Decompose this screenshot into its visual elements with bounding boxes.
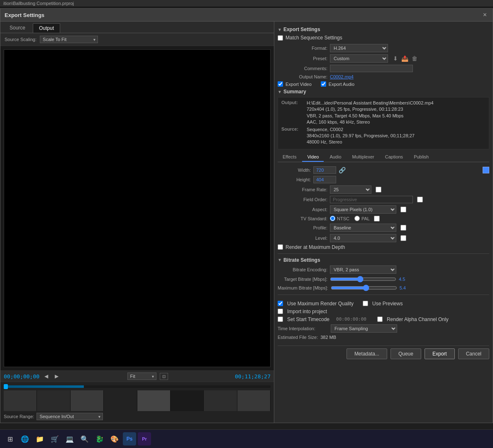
thumbnail-1 [4, 390, 37, 411]
action-buttons: Metadata... Queue Export Cancel [278, 346, 489, 362]
save-preset-btn[interactable]: ⬇ [392, 55, 399, 62]
use-max-render-label: Use Maximum Render Quality [287, 301, 354, 307]
source-range-select[interactable]: Sequence In/Out [37, 413, 103, 420]
level-select[interactable]: 4.0 [330, 234, 396, 242]
pal-radio-label: PAL [354, 216, 370, 221]
pal-radio[interactable] [354, 216, 360, 221]
chain-icon: 🔗 [339, 167, 346, 173]
arrow-icon: ▼ [278, 27, 282, 32]
taskbar-paint-icon[interactable]: 🎨 [108, 432, 121, 446]
summary-output-row: Output: H:\Edit...ideo\Personal Assistan… [281, 100, 486, 126]
thumbnail-6 [171, 390, 204, 411]
metadata-button[interactable]: Metadata... [347, 348, 387, 359]
set-start-timecode-row: Set Start Timecode 00:00:00:00 Render Al… [278, 317, 489, 322]
frame-rate-checkbox[interactable] [376, 187, 381, 192]
height-input[interactable] [313, 176, 336, 183]
level-row: Level: 4.0 [278, 234, 489, 242]
time-interpolation-wrapper: Frame Sampling [331, 324, 397, 333]
field-order-checkbox[interactable] [417, 197, 423, 202]
tab-captions[interactable]: Captions [380, 153, 408, 162]
thumbnail-5 [137, 390, 171, 411]
tab-multiplexer[interactable]: Multiplexer [347, 153, 379, 162]
time-interpolation-select[interactable]: Frame Sampling [331, 324, 397, 333]
fullscreen-btn[interactable]: ⊡ [160, 373, 168, 380]
import-into-project-label: Import into project [287, 309, 327, 314]
tv-standard-row: TV Standard: NTSC PAL [278, 216, 489, 222]
tab-video[interactable]: Video [302, 153, 324, 162]
source-range-select-wrapper: Sequence In/Out [37, 413, 103, 420]
tv-standard-radio-group: NTSC PAL [330, 216, 370, 221]
import-preset-btn[interactable]: 📤 [400, 55, 409, 62]
dialog-body: Source Output Source Scaling: Scale To F… [0, 22, 493, 423]
output-name-label: Output Name: [278, 74, 327, 79]
preset-actions: ⬇ 📤 🗑 [392, 55, 418, 62]
max-bitrate-slider[interactable] [331, 285, 397, 291]
frame-rate-wrapper: 25 [330, 185, 371, 194]
thumbnail-8 [237, 390, 271, 411]
time-interpolation-label: Time Interpolation: [278, 326, 327, 331]
tab-output[interactable]: Output [33, 23, 60, 33]
comments-input[interactable] [330, 65, 413, 72]
summary-output-val: H:\Edit...ideo\Personal Assistant Beatin… [307, 100, 434, 126]
tab-audio[interactable]: Audio [325, 153, 346, 162]
summary-title: Summary [283, 89, 306, 95]
source-range-label: Source Range: [4, 414, 34, 419]
taskbar-store-icon[interactable]: 🛒 [48, 432, 61, 446]
format-select-wrapper: H.264 [330, 44, 388, 52]
aspect-checkbox[interactable] [400, 207, 406, 212]
taskbar-search-icon[interactable]: 🔍 [78, 432, 91, 446]
use-previews-checkbox[interactable] [363, 301, 368, 306]
export-audio-checkbox[interactable] [321, 81, 326, 87]
bitrate-encoding-select[interactable]: VBR, 2 pass [330, 265, 396, 274]
preset-select[interactable]: Custom [330, 54, 388, 63]
thumbnail-strip [4, 390, 271, 411]
close-button[interactable]: × [481, 11, 488, 19]
timeline-bar[interactable] [4, 385, 271, 388]
zoom-select[interactable]: Fit [127, 373, 156, 380]
taskbar-edge-icon[interactable]: 🌐 [18, 432, 32, 446]
timeline-handle[interactable] [4, 384, 8, 389]
render-alpha-checkbox[interactable] [377, 317, 383, 322]
format-select[interactable]: H.264 [330, 44, 388, 52]
profile-checkbox[interactable] [400, 225, 406, 231]
next-frame-btn[interactable]: ▶ [53, 373, 60, 380]
aspect-select[interactable]: Square Pixels (1.0) [330, 205, 396, 214]
frame-rate-select[interactable]: 25 [330, 185, 371, 194]
tv-standard-checkbox[interactable] [374, 216, 380, 222]
queue-button[interactable]: Queue [390, 348, 421, 359]
source-scaling-select[interactable]: Scale To Fit [40, 36, 98, 43]
render-max-depth-checkbox[interactable] [278, 244, 283, 250]
ntsc-radio[interactable] [330, 216, 335, 221]
bitrate-encoding-row: Bitrate Encoding: VBR, 2 pass [278, 265, 489, 274]
import-into-project-checkbox[interactable] [278, 309, 283, 314]
width-input[interactable] [313, 166, 336, 174]
match-sequence-checkbox[interactable] [278, 35, 283, 41]
target-bitrate-slider[interactable] [330, 276, 396, 282]
export-video-checkbox[interactable] [278, 81, 283, 87]
taskbar-windows-icon[interactable]: ⊞ [3, 432, 17, 446]
profile-wrapper: Baseline [330, 224, 396, 232]
taskbar-premiere-icon[interactable]: Pr [138, 432, 151, 446]
tab-publish[interactable]: Publish [409, 153, 434, 162]
delete-preset-btn[interactable]: 🗑 [411, 55, 418, 62]
dialog-title: Export Settings [5, 12, 44, 18]
export-button[interactable]: Export [425, 348, 455, 359]
taskbar-computer-icon[interactable]: 💻 [63, 432, 76, 446]
cancel-button[interactable]: Cancel [458, 348, 489, 359]
output-name-link[interactable]: C0002.mp4 [330, 74, 354, 79]
taskbar-dragon-icon[interactable]: 🐉 [93, 432, 106, 446]
taskbar-photoshop-icon[interactable]: Ps [123, 432, 136, 446]
level-checkbox[interactable] [400, 235, 406, 241]
tab-source[interactable]: Source [4, 23, 31, 33]
render-max-depth-row: Render at Maximum Depth [278, 244, 489, 250]
use-max-render-checkbox[interactable] [278, 301, 283, 306]
tab-effects[interactable]: Effects [278, 153, 301, 162]
prev-frame-btn[interactable]: ◀ [43, 373, 50, 380]
file-size-value: 382 MB [320, 335, 336, 340]
source-scaling-wrapper: Scale To Fit [40, 36, 98, 43]
divider-2 [278, 295, 489, 295]
max-bitrate-value: 5.4 [400, 285, 412, 290]
profile-select[interactable]: Baseline [330, 224, 396, 232]
taskbar-explorer-icon[interactable]: 📁 [33, 432, 46, 446]
set-start-timecode-checkbox[interactable] [278, 317, 283, 322]
